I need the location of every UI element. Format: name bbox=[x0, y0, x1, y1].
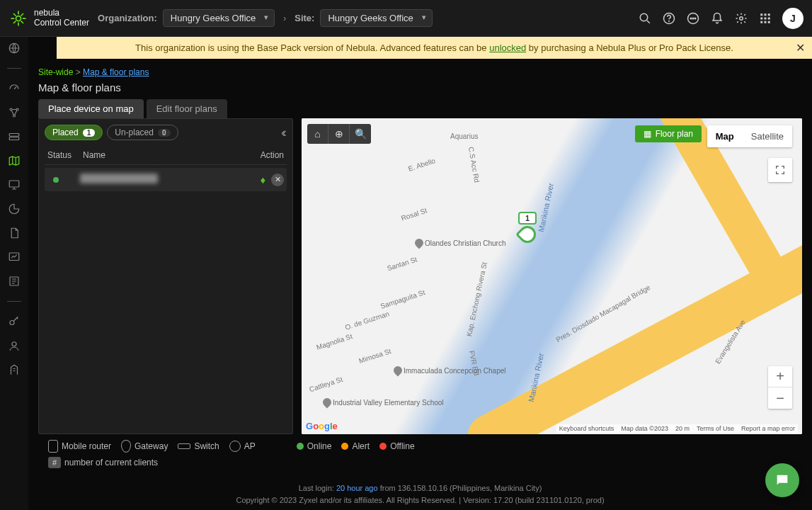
more-icon[interactable] bbox=[686, 11, 700, 26]
nav-chart-icon[interactable] bbox=[7, 250, 21, 264]
svg-point-6 bbox=[692, 18, 694, 19]
fullscreen-icon[interactable] bbox=[768, 158, 792, 182]
map-attribution: Keyboard shortcuts Map data ©2023 20 m T… bbox=[556, 424, 798, 433]
map-type-map[interactable]: Map bbox=[707, 125, 743, 147]
ap-icon bbox=[229, 441, 241, 452]
svg-rect-15 bbox=[760, 21, 762, 23]
sidenav bbox=[0, 37, 28, 510]
svg-point-8 bbox=[740, 16, 743, 20]
svg-point-21 bbox=[13, 115, 16, 117]
svg-rect-16 bbox=[765, 21, 767, 23]
device-name-redacted bbox=[80, 174, 158, 183]
zoom-out-icon[interactable]: − bbox=[768, 387, 792, 409]
svg-point-1 bbox=[640, 13, 648, 21]
nav-globe-icon[interactable] bbox=[7, 41, 21, 55]
bell-icon[interactable] bbox=[710, 11, 724, 26]
search-icon[interactable] bbox=[638, 11, 652, 26]
svg-point-27 bbox=[10, 321, 14, 325]
nav-report-icon[interactable] bbox=[7, 226, 21, 240]
svg-rect-17 bbox=[768, 21, 770, 23]
filter-unplaced[interactable]: Un-placed 0 bbox=[107, 125, 178, 140]
map-canvas[interactable]: Marikina River Marikina River Pres. Dios… bbox=[302, 118, 802, 434]
map-home-icon[interactable]: ⌂ bbox=[307, 124, 328, 144]
nav-user-icon[interactable] bbox=[7, 339, 21, 353]
nav-map-icon[interactable] bbox=[7, 154, 21, 168]
banner-close-icon[interactable]: ✕ bbox=[796, 41, 805, 55]
client-count-icon: # bbox=[48, 457, 61, 468]
pin-icon[interactable]: ⬧ bbox=[259, 172, 267, 187]
apps-grid-icon[interactable] bbox=[758, 11, 772, 26]
map-toolbar: ⌂ ⊕ 🔍 bbox=[307, 124, 371, 144]
switch-icon bbox=[178, 443, 190, 449]
floorplan-button[interactable]: ▦ Floor plan bbox=[635, 125, 702, 142]
zoom-in-icon[interactable]: + bbox=[768, 366, 792, 387]
nav-dashboard-icon[interactable] bbox=[7, 81, 21, 96]
svg-point-7 bbox=[694, 18, 696, 19]
status-alert-icon bbox=[341, 443, 348, 450]
status-offline-icon bbox=[379, 443, 387, 450]
brand: nebula Control Center bbox=[8, 8, 89, 28]
brand-logo-icon bbox=[8, 8, 28, 28]
topbar: nebula Control Center Organization: Hung… bbox=[0, 0, 812, 37]
gateway-icon bbox=[121, 440, 131, 453]
tab-place-device[interactable]: Place device on map bbox=[38, 99, 144, 118]
svg-rect-22 bbox=[9, 134, 19, 137]
attr-data: Map data ©2023 bbox=[621, 425, 668, 432]
svg-rect-23 bbox=[9, 137, 19, 140]
svg-rect-9 bbox=[760, 13, 762, 16]
svg-point-19 bbox=[10, 108, 12, 110]
floorplan-icon: ▦ bbox=[644, 129, 651, 139]
map-poi-church: Olandes Christian Church bbox=[415, 239, 506, 247]
status-online-icon bbox=[297, 443, 304, 450]
brand-sub: Control Center bbox=[34, 18, 89, 28]
site-label: Site: bbox=[295, 13, 314, 23]
brand-name: nebula bbox=[34, 8, 89, 18]
banner-unlock-link[interactable]: unlocked bbox=[489, 42, 526, 53]
nav-log-icon[interactable] bbox=[7, 274, 21, 288]
filter-placed[interactable]: Placed 1 bbox=[45, 125, 103, 140]
map-panel[interactable]: Marikina River Marikina River Pres. Dios… bbox=[302, 118, 802, 434]
zoom-control: + − bbox=[768, 366, 792, 409]
footer: Last login: 20 hour ago from 136.158.10.… bbox=[28, 478, 812, 510]
chevron-right-icon: › bbox=[280, 13, 289, 23]
tab-edit-floorplans[interactable]: Edit floor plans bbox=[147, 99, 227, 118]
help-icon[interactable] bbox=[662, 11, 676, 26]
nav-building-icon[interactable] bbox=[7, 363, 21, 377]
crumb-root[interactable]: Site-wide bbox=[38, 67, 73, 77]
gear-icon[interactable] bbox=[734, 11, 748, 26]
remove-icon[interactable]: ✕ bbox=[271, 174, 284, 186]
map-target-icon[interactable]: ⊕ bbox=[328, 124, 350, 144]
map-search-icon[interactable]: 🔍 bbox=[350, 124, 371, 144]
attr-scale: 20 m bbox=[675, 425, 690, 432]
collapse-panel-icon[interactable]: ‹‹ bbox=[278, 125, 287, 140]
map-type-satellite[interactable]: Satellite bbox=[743, 125, 792, 147]
crumb-leaf[interactable]: Map & floor plans bbox=[83, 67, 149, 77]
last-login-time: 20 hour ago bbox=[336, 484, 378, 492]
map-poi-chapel: Immaculada Concepcion Chapel bbox=[394, 366, 506, 375]
attr-shortcuts[interactable]: Keyboard shortcuts bbox=[559, 425, 614, 432]
nav-topology-icon[interactable] bbox=[7, 106, 21, 120]
banner-text-pre: This organization is using the Base Pack… bbox=[135, 42, 489, 53]
marker-count-badge: 1 bbox=[518, 212, 537, 225]
attr-terms[interactable]: Terms of Use bbox=[697, 425, 734, 432]
map-poi-school: Industrial Valley Elementary School bbox=[323, 398, 444, 407]
org-dropdown[interactable]: Hungry Geeks Office bbox=[163, 9, 275, 27]
nav-key-icon[interactable] bbox=[7, 314, 21, 329]
copyright: Copyright © 2023 Zyxel and/or its affili… bbox=[28, 494, 812, 506]
attr-report[interactable]: Report a map error bbox=[741, 425, 795, 432]
device-marker[interactable]: 1 bbox=[518, 212, 537, 243]
chat-fab[interactable] bbox=[765, 463, 799, 497]
nav-pie-icon[interactable] bbox=[7, 202, 21, 216]
org-site-selector: Organization: Hungry Geeks Office › Site… bbox=[98, 9, 433, 27]
svg-point-20 bbox=[16, 108, 18, 110]
nav-switch-icon[interactable] bbox=[7, 130, 21, 144]
marker-pin-icon bbox=[515, 222, 539, 246]
svg-rect-11 bbox=[768, 13, 770, 16]
site-dropdown[interactable]: Hungry Geeks Office bbox=[320, 9, 432, 27]
license-banner: This organization is using the Base Pack… bbox=[57, 37, 812, 59]
device-row[interactable]: ⬧ ✕ bbox=[45, 168, 287, 191]
mobile-router-icon bbox=[48, 440, 58, 453]
nav-monitor-icon[interactable] bbox=[7, 178, 21, 192]
page-title: Map & floor plans bbox=[38, 81, 802, 94]
avatar[interactable]: J bbox=[782, 8, 804, 29]
